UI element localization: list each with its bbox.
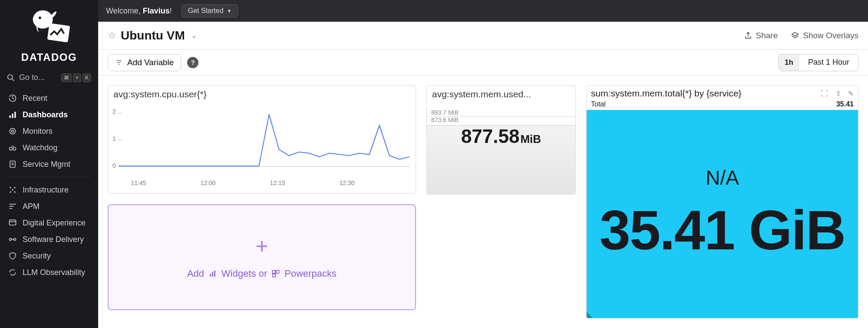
get-started-button[interactable]: Get Started ▼: [182, 4, 238, 17]
y-tick: 2: [112, 108, 116, 115]
history-icon: [8, 93, 17, 103]
show-overlays-button[interactable]: Show Overlays: [791, 31, 858, 40]
edit-icon[interactable]: ✎: [848, 90, 854, 97]
monitor-icon: [8, 126, 17, 136]
welcome-text: Welcome, Flavius!: [106, 7, 172, 16]
nav-software-delivery[interactable]: Software Delivery: [0, 231, 98, 248]
widget-title: sum:system.mem.total{*} by {service}: [591, 88, 816, 99]
line-chart: [119, 107, 409, 176]
nav-service-mgmt[interactable]: Service Mgmt: [0, 156, 98, 172]
dashboard-canvas: avg:system.cpu.user{*} 2 1 0 11:45 12:00…: [98, 76, 868, 328]
svg-point-19: [12, 189, 13, 190]
svg-rect-5: [10, 116, 11, 118]
favorite-star-icon[interactable]: ☆: [108, 30, 116, 41]
mem-value: 877.58MiB: [427, 126, 575, 147]
svg-point-11: [13, 147, 16, 150]
topbar: Welcome, Flavius! Get Started ▼: [98, 0, 868, 22]
shield-icon: [8, 251, 17, 261]
export-icon[interactable]: ⇪: [835, 90, 841, 97]
clipboard-icon: [8, 159, 17, 169]
svg-rect-6: [12, 114, 13, 118]
nav-recent[interactable]: Recent: [0, 90, 98, 106]
plus-icon: +: [255, 235, 268, 257]
svg-line-4: [12, 79, 14, 81]
widget-title: avg:system.mem.used...: [427, 86, 575, 99]
svg-point-8: [10, 128, 15, 134]
toplist-bar: N/A 35.41 GiB: [587, 110, 858, 318]
dashboard-title[interactable]: Ubuntu VM: [121, 29, 185, 43]
x-tick: 12:30: [339, 179, 354, 186]
svg-point-9: [12, 130, 14, 133]
svg-rect-35: [212, 272, 213, 277]
pipeline-icon: [8, 235, 17, 244]
datadog-logo-icon: [28, 8, 70, 47]
svg-point-2: [39, 17, 41, 19]
share-icon: [744, 31, 752, 40]
x-tick: 12:00: [200, 179, 215, 186]
mem-tick-upper: 883.7 MiB: [427, 109, 575, 116]
help-button[interactable]: ?: [187, 57, 198, 68]
binoculars-icon: [8, 143, 17, 152]
nav-apm[interactable]: APM: [0, 198, 98, 215]
time-short: 1h: [779, 54, 799, 71]
y-tick: 1: [112, 135, 116, 142]
search-icon: [7, 74, 15, 82]
svg-rect-23: [10, 220, 16, 225]
trace-icon: [8, 202, 17, 211]
shortcut-mod: ⌘: [61, 73, 72, 82]
svg-point-16: [14, 187, 15, 188]
widget-cpu-chart[interactable]: avg:system.cpu.user{*} 2 1 0 11:45 12:00…: [108, 85, 416, 194]
layers-icon: [791, 31, 799, 40]
time-range-picker[interactable]: 1h Past 1 Hour: [778, 54, 858, 71]
time-label: Past 1 Hour: [799, 58, 858, 67]
share-button[interactable]: Share: [744, 31, 778, 40]
title-dropdown-icon[interactable]: ⌄: [191, 31, 197, 40]
nav-llm-observability[interactable]: LLM Observability: [0, 264, 98, 281]
variable-bar: Add Variable ? 1h Past 1 Hour: [98, 50, 868, 76]
svg-rect-38: [276, 271, 279, 274]
svg-point-15: [10, 187, 11, 188]
nav-primary: Recent Dashboards Monitors Watchdog Serv…: [0, 88, 98, 282]
bar-chart-icon: [208, 269, 217, 278]
powerpack-icon: [271, 269, 280, 278]
y-tick: 0: [112, 162, 116, 169]
toplist-row-header: Total 35.41: [587, 99, 858, 110]
x-tick: 12:15: [270, 179, 285, 186]
caret-down-icon: ▼: [227, 8, 232, 13]
refresh-icon: [8, 268, 17, 277]
shortcut-key: K: [83, 73, 91, 82]
fullscreen-icon[interactable]: ⛶: [821, 90, 828, 97]
resize-handle-icon[interactable]: [587, 312, 593, 318]
nav-security[interactable]: Security: [0, 248, 98, 264]
dashboard-icon: [8, 110, 17, 119]
dashboard-header: ☆ Ubuntu VM ⌄ Share Show Overlays: [98, 22, 868, 50]
svg-point-18: [14, 191, 15, 192]
nav-dashboards[interactable]: Dashboards: [0, 106, 98, 123]
svg-rect-36: [214, 271, 215, 277]
add-variable-button[interactable]: Add Variable: [108, 54, 181, 71]
shortcut-plus: +: [73, 73, 81, 82]
svg-rect-7: [14, 112, 16, 118]
nodes-icon: [8, 185, 17, 195]
toplist-value: 35.41 GiB: [600, 198, 845, 262]
svg-rect-39: [273, 274, 276, 277]
x-tick: 11:45: [131, 179, 146, 186]
add-widget-dropzone[interactable]: + Add Widgets or Powerpacks: [108, 204, 416, 310]
widget-mem-used[interactable]: avg:system.mem.used... 883.7 MiB 873.6 M…: [426, 85, 576, 194]
dropzone-label: Add Widgets or Powerpacks: [187, 268, 337, 279]
svg-point-3: [8, 74, 13, 79]
widget-mem-total-toplist[interactable]: sum:system.mem.total{*} by {service} ⛶ ⇪…: [586, 85, 858, 318]
goto-search[interactable]: Go to... ⌘ + K: [0, 73, 98, 88]
svg-point-10: [10, 147, 13, 150]
svg-point-17: [10, 191, 11, 192]
nav-separator: [7, 177, 91, 177]
nav-monitors[interactable]: Monitors: [0, 123, 98, 139]
sidebar: DATADOG Go to... ⌘ + K Recent Dashboards…: [0, 0, 98, 328]
filter-icon: [115, 59, 123, 66]
svg-point-26: [14, 239, 16, 241]
nav-infrastructure[interactable]: Infrastructure: [0, 182, 98, 198]
mem-tick-lower: 873.6 MiB: [427, 116, 575, 123]
series-label: N/A: [706, 166, 739, 189]
nav-watchdog[interactable]: Watchdog: [0, 139, 98, 156]
nav-digital-experience[interactable]: Digital Experience: [0, 215, 98, 231]
